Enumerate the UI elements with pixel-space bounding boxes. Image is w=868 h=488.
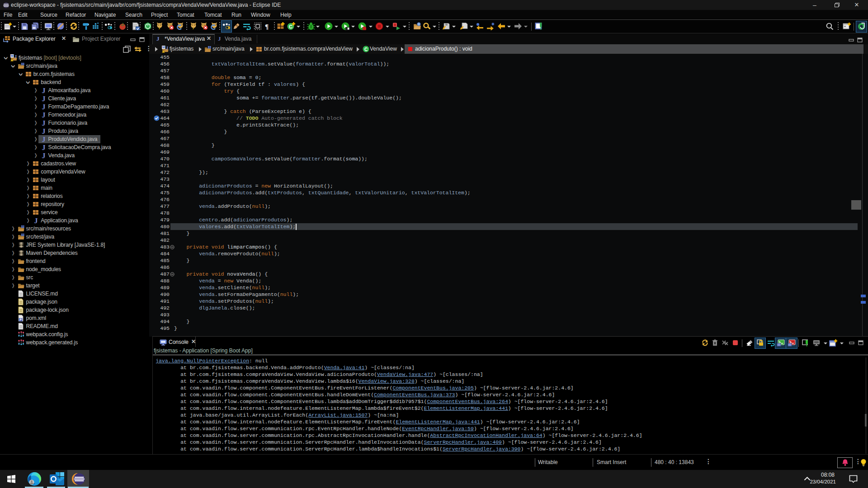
svg-text:J: J [166,46,168,51]
svg-text:J: J [42,136,45,143]
svg-text:J: J [34,217,38,224]
svg-text:M: M [162,46,165,49]
svg-text:J: J [42,87,45,94]
svg-text:J: J [42,103,45,110]
svg-text:J: J [14,54,17,59]
svg-text:M: M [11,54,14,57]
svg-text:J: J [42,111,45,118]
svg-text:J: J [42,152,45,159]
svg-text:J: J [42,127,45,135]
svg-text:P: P [20,318,22,321]
svg-text:J: J [42,144,45,151]
svg-text:C: C [364,47,368,52]
svg-text:J: J [42,119,45,127]
svg-text:J: J [42,95,45,102]
svg-text:C: C [289,24,292,29]
